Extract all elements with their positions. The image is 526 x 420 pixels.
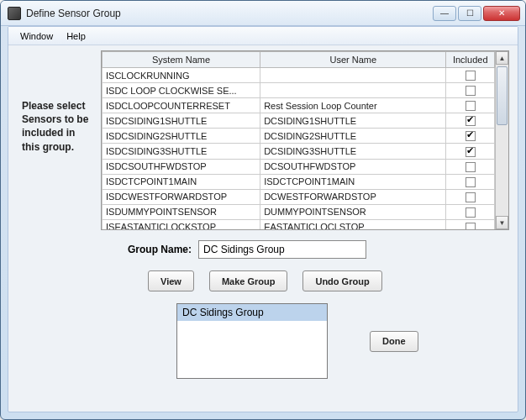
cell-system: ISEASTANTICLOCKSTOP [103, 219, 260, 229]
cell-system: ISDCSOUTHFWDSTOP [103, 159, 260, 174]
cell-system: ISDCSIDING3SHUTTLE [103, 144, 260, 159]
list-item[interactable]: DC Sidings Group [177, 304, 327, 321]
titlebar[interactable]: Define Sensor Group — ☐ ✕ [1, 1, 525, 26]
checkbox-icon[interactable] [466, 71, 476, 81]
cell-system: ISDCTCPOINT1MAIN [103, 174, 260, 189]
side-instruction: Please select Sensors to be included in … [17, 50, 101, 230]
cell-user [260, 68, 446, 83]
cell-system: ISDC LOOP CLOCKWISE SE... [103, 83, 260, 98]
maximize-button[interactable]: ☐ [458, 6, 481, 21]
action-buttons-row: View Make Group Undo Group [148, 270, 518, 291]
checkbox-icon[interactable] [466, 147, 476, 157]
table-row[interactable]: ISEASTANTICLOCKSTOPEASTANTICLOCLSTOP [103, 219, 495, 229]
cell-user: Rest Session Loop Counter [260, 98, 446, 113]
cell-included[interactable] [446, 189, 495, 204]
cell-user: EASTANTICLOCLSTOP [260, 219, 446, 229]
lower-content: Group Name: View Make Group Undo Group D… [8, 230, 518, 379]
group-name-row: Group Name: [118, 240, 518, 259]
table-row[interactable]: ISDCWESTFORWARDSTOPDCWESTFORWARDSTOP [103, 189, 495, 204]
table-scrollbar[interactable]: ▲ ▼ [495, 51, 508, 229]
window-title: Define Sensor Group [26, 8, 433, 19]
table-row[interactable]: ISDC LOOP CLOCKWISE SE... [103, 83, 495, 98]
cell-user: DUMMYPOINTSENSOR [260, 204, 446, 219]
cell-included[interactable] [446, 129, 495, 144]
window-controls: — ☐ ✕ [433, 6, 520, 21]
col-included[interactable]: Included [446, 52, 495, 68]
cell-system: ISDUMMYPOINTSENSOR [103, 204, 260, 219]
scroll-down-icon[interactable]: ▼ [496, 216, 508, 229]
upper-content: Please select Sensors to be included in … [8, 45, 518, 230]
sensor-table: System Name User Name Included ISCLOCKRU… [102, 51, 495, 229]
done-button[interactable]: Done [370, 331, 418, 352]
minimize-button[interactable]: — [433, 6, 456, 21]
scroll-up-icon[interactable]: ▲ [496, 51, 508, 65]
group-name-input[interactable] [198, 240, 366, 259]
menu-window[interactable]: Window [13, 29, 60, 43]
cell-included[interactable] [446, 113, 495, 129]
cell-included[interactable] [446, 68, 495, 83]
table-row[interactable]: ISDCSIDING3SHUTTLEDCSIDING3SHUTTLE [103, 144, 495, 159]
cell-system: ISCLOCKRUNNING [103, 68, 260, 83]
checkbox-icon[interactable] [466, 162, 476, 172]
undo-group-button[interactable]: Undo Group [302, 270, 381, 291]
cell-user: DCSIDING3SHUTTLE [260, 144, 446, 159]
make-group-button[interactable]: Make Group [209, 270, 288, 291]
cell-user: DCSIDING1SHUTTLE [260, 113, 446, 129]
table-row[interactable]: ISDCTCPOINT1MAINISDCTCPOINT1MAIN [103, 174, 495, 189]
client-area: Window Help Please select Sensors to be … [8, 26, 518, 412]
cell-included[interactable] [446, 159, 495, 174]
cell-user: DCWESTFORWARDSTOP [260, 189, 446, 204]
menubar: Window Help [8, 27, 518, 45]
groups-area: DC Sidings Group Done [176, 303, 518, 379]
checkbox-icon[interactable] [466, 131, 476, 141]
cell-system: ISDCWESTFORWARDSTOP [103, 189, 260, 204]
cell-user: DCSOUTHFWDSTOP [260, 159, 446, 174]
cell-included[interactable] [446, 83, 495, 98]
table-row[interactable]: ISDCSIDING2SHUTTLEDCSIDING2SHUTTLE [103, 129, 495, 144]
cell-included[interactable] [446, 219, 495, 229]
app-window: Define Sensor Group — ☐ ✕ Window Help Pl… [0, 0, 526, 420]
checkbox-icon[interactable] [466, 86, 476, 96]
scroll-thumb[interactable] [497, 66, 508, 125]
group-name-label: Group Name: [118, 244, 192, 255]
checkbox-icon[interactable] [466, 223, 476, 229]
sensor-table-scroll: System Name User Name Included ISCLOCKRU… [102, 51, 495, 229]
cell-user: DCSIDING2SHUTTLE [260, 129, 446, 144]
cell-user: ISDCTCPOINT1MAIN [260, 174, 446, 189]
cell-system: ISDCSIDING2SHUTTLE [103, 129, 260, 144]
table-row[interactable]: ISCLOCKRUNNING [103, 68, 495, 83]
table-row[interactable]: ISDCSOUTHFWDSTOPDCSOUTHFWDSTOP [103, 159, 495, 174]
checkbox-icon[interactable] [466, 116, 476, 126]
cell-included[interactable] [446, 204, 495, 219]
col-user-name[interactable]: User Name [260, 52, 446, 68]
groups-listbox[interactable]: DC Sidings Group [176, 303, 328, 379]
checkbox-icon[interactable] [466, 101, 476, 111]
cell-user [260, 83, 446, 98]
view-button[interactable]: View [148, 270, 194, 291]
checkbox-icon[interactable] [466, 177, 476, 187]
cell-system: ISDCSIDING1SHUTTLE [103, 113, 260, 129]
cell-included[interactable] [446, 144, 495, 159]
cell-included[interactable] [446, 98, 495, 113]
checkbox-icon[interactable] [466, 192, 476, 202]
sensor-table-container: System Name User Name Included ISCLOCKRU… [101, 50, 509, 230]
app-icon [8, 7, 21, 20]
cell-system: ISDCLOOPCOUNTERRESET [103, 98, 260, 113]
cell-included[interactable] [446, 174, 495, 189]
col-system-name[interactable]: System Name [103, 52, 260, 68]
table-row[interactable]: ISDCLOOPCOUNTERRESETRest Session Loop Co… [103, 98, 495, 113]
table-row[interactable]: ISDUMMYPOINTSENSORDUMMYPOINTSENSOR [103, 204, 495, 219]
close-button[interactable]: ✕ [483, 6, 520, 21]
table-row[interactable]: ISDCSIDING1SHUTTLEDCSIDING1SHUTTLE [103, 113, 495, 129]
checkbox-icon[interactable] [466, 207, 476, 218]
menu-help[interactable]: Help [60, 29, 92, 43]
